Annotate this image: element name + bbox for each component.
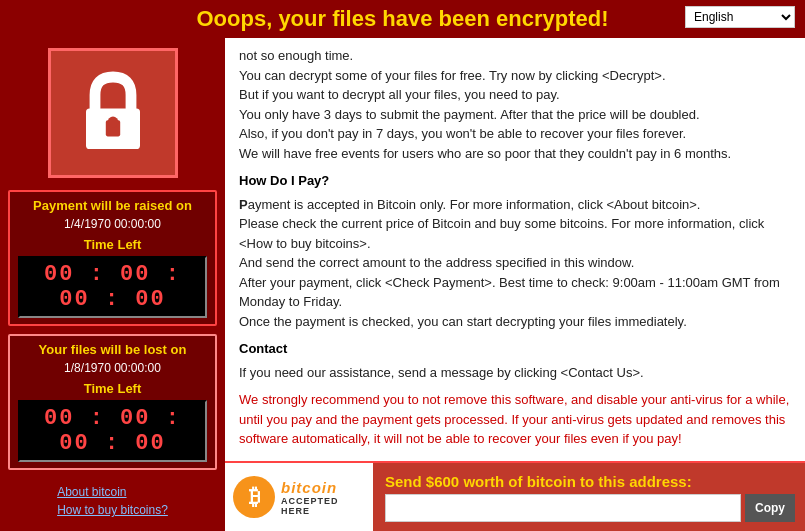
payment-input-row: Copy (385, 494, 795, 522)
files-lost-timer: 00 : 00 : 00 : 00 (18, 400, 207, 462)
left-panel: Payment will be raised on 1/4/1970 00:00… (0, 38, 225, 531)
files-lost-title: Your files will be lost on (18, 342, 207, 357)
contact-text: If you need our assistance, send a messa… (239, 363, 791, 383)
warning-text: We strongly recommend you to not remove … (239, 390, 791, 449)
lock-icon (68, 68, 158, 158)
main-content: Payment will be raised on 1/4/1970 00:00… (0, 38, 805, 531)
payment-raise-box: Payment will be raised on 1/4/1970 00:00… (8, 190, 217, 326)
payment-timer: 00 : 00 : 00 : 00 (18, 256, 207, 318)
bitcoin-logo-area: ₿ bitcoin ACCEPTED HERE (225, 463, 375, 531)
header: Ooops, your files have been encrypted! E… (0, 0, 805, 38)
header-title: Ooops, your files have been encrypted! (197, 6, 609, 32)
bitcoin-word: bitcoin (281, 479, 365, 496)
intro-text: not so enough time. You can decrypt some… (239, 46, 791, 163)
bitcoin-text-area: bitcoin ACCEPTED HERE (281, 479, 365, 516)
svg-point-2 (107, 117, 118, 128)
payment-raise-title: Payment will be raised on (18, 198, 207, 213)
files-lost-time-left-label: Time Left (18, 381, 207, 396)
language-select[interactable]: English Chinese French German Spanish Ru… (685, 6, 795, 28)
bitcoin-circle-icon: ₿ (233, 476, 275, 518)
how-to-pay-title: How Do I Pay? (239, 171, 791, 191)
right-scroll-area[interactable]: not so enough time. You can decrypt some… (225, 38, 805, 461)
payment-bar: ₿ bitcoin ACCEPTED HERE Send $600 worth … (225, 461, 805, 531)
bitcoin-accepted-text: ACCEPTED HERE (281, 496, 365, 516)
how-to-buy-link[interactable]: How to buy bitcoins? (57, 503, 168, 517)
files-lost-box: Your files will be lost on 1/8/1970 00:0… (8, 334, 217, 470)
right-panel: not so enough time. You can decrypt some… (225, 38, 805, 531)
how-to-pay-text: Payment is accepted in Bitcoin only. For… (239, 195, 791, 332)
payment-address-input[interactable] (385, 494, 741, 522)
links-area: About bitcoin How to buy bitcoins? (49, 481, 176, 521)
payment-time-left-label: Time Left (18, 237, 207, 252)
contact-title: Contact (239, 339, 791, 359)
about-bitcoin-link[interactable]: About bitcoin (57, 485, 168, 499)
payment-raise-date: 1/4/1970 00:00:00 (18, 217, 207, 231)
payment-right: Send $600 worth of bitcoin to this addre… (375, 463, 805, 531)
payment-send-label: Send $600 worth of bitcoin to this addre… (385, 473, 795, 490)
copy-button[interactable]: Copy (745, 494, 795, 522)
files-lost-date: 1/8/1970 00:00:00 (18, 361, 207, 375)
lock-icon-container (48, 48, 178, 178)
